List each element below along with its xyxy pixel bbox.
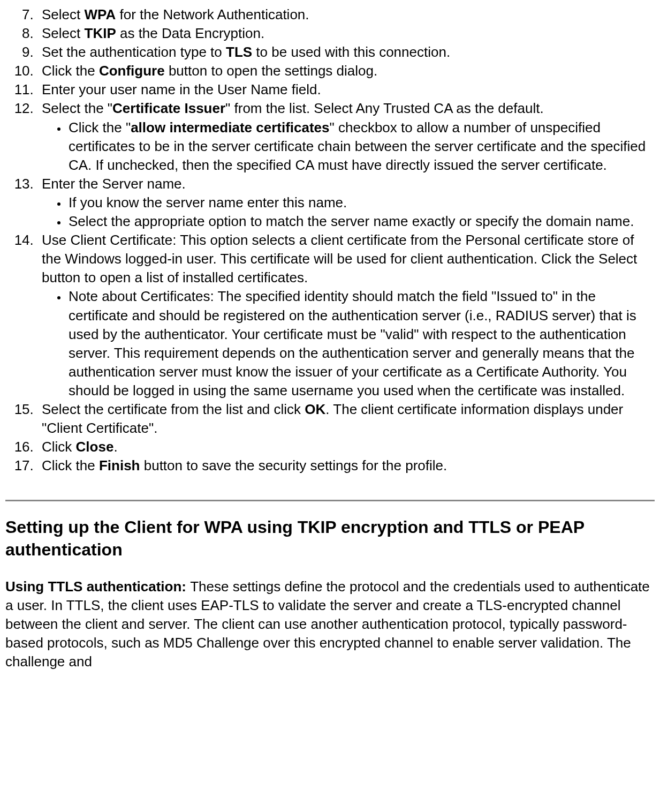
paragraph: Using TTLS authentication: These setting… (5, 577, 655, 671)
text: Click the " (69, 119, 131, 136)
bold-text: Finish (99, 457, 140, 473)
bold-text: Close (76, 439, 114, 455)
text: Select the certificate from the list and… (42, 401, 305, 417)
text: Enter your user name in the User Name fi… (42, 81, 321, 97)
sub-list-item: Select the appropriate option to match t… (67, 212, 655, 231)
sub-list-item: Click the "allow intermediate certificat… (67, 118, 655, 175)
list-item-9: Set the authentication type to TLS to be… (37, 43, 655, 62)
list-item-10: Click the Configure button to open the s… (37, 62, 655, 80)
list-item-8: Select TKIP as the Data Encryption. (37, 24, 655, 43)
text: Click the (42, 457, 99, 473)
sub-list: If you know the server name enter this n… (42, 193, 655, 231)
text: button to save the security settings for… (140, 457, 447, 473)
text: button to open the settings dialog. (165, 63, 378, 79)
sub-list: Note about Certificates: The specified i… (42, 287, 655, 400)
text: for the Network Authentication. (116, 6, 309, 22)
list-item-15: Select the certificate from the list and… (37, 400, 655, 438)
sub-list-item: Note about Certificates: The specified i… (67, 287, 655, 400)
bold-text: OK (305, 401, 325, 417)
list-item-14: Use Client Certificate: This option sele… (37, 231, 655, 400)
list-item-17: Click the Finish button to save the secu… (37, 456, 655, 475)
text: Select the appropriate option to match t… (69, 213, 634, 229)
text: Set the authentication type to (42, 44, 226, 60)
list-item-12: Select the "Certificate Issuer" from the… (37, 99, 655, 174)
text: Click the (42, 63, 99, 79)
divider (5, 500, 655, 501)
bold-text: Configure (99, 63, 165, 79)
text: Note about Certificates: The specified i… (69, 288, 636, 398)
bold-text: TLS (226, 44, 252, 60)
text: Select (42, 25, 85, 41)
bold-text: TKIP (85, 25, 116, 41)
sub-list-item: If you know the server name enter this n… (67, 193, 655, 212)
bold-text: WPA (85, 6, 116, 22)
bold-text: allow intermediate certificates (131, 119, 329, 136)
list-item-11: Enter your user name in the User Name fi… (37, 80, 655, 99)
section-heading: Setting up the Client for WPA using TKIP… (5, 516, 655, 561)
sub-list: Click the "allow intermediate certificat… (42, 118, 655, 175)
bold-text: Certificate Issuer (112, 100, 225, 116)
instruction-list: Select WPA for the Network Authenticatio… (5, 5, 655, 475)
text: Select (42, 6, 85, 22)
list-item-16: Click Close. (37, 438, 655, 456)
bold-text: Using TTLS authentication: (5, 578, 190, 595)
text: . (113, 439, 117, 455)
text: to be used with this connection. (252, 44, 450, 60)
text: Enter the Server name. (42, 176, 186, 192)
text: Select the " (42, 100, 112, 116)
text: Use Client Certificate: This option sele… (42, 232, 637, 285)
text: as the Data Encryption. (116, 25, 264, 41)
list-item-13: Enter the Server name. If you know the s… (37, 175, 655, 231)
text: Click (42, 439, 76, 455)
text: If you know the server name enter this n… (69, 194, 347, 210)
text: " from the list. Select Any Trusted CA a… (225, 100, 544, 116)
list-item-7: Select WPA for the Network Authenticatio… (37, 5, 655, 24)
